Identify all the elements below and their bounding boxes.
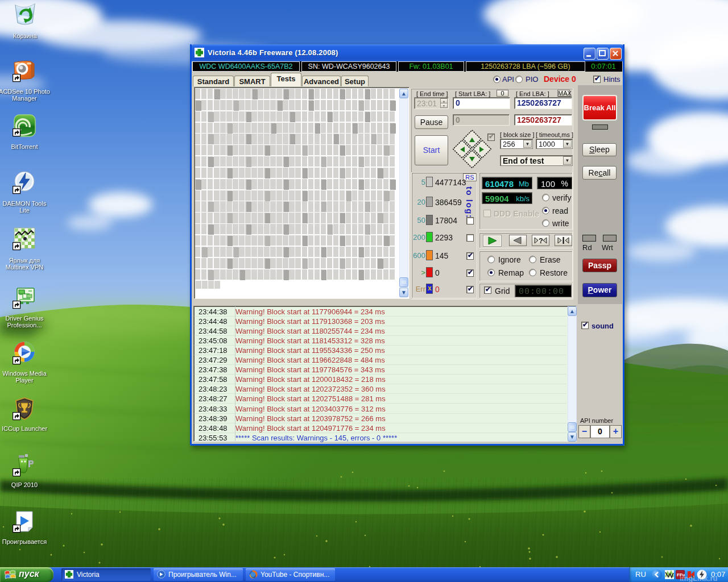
svg-text:?: ? (539, 236, 543, 245)
